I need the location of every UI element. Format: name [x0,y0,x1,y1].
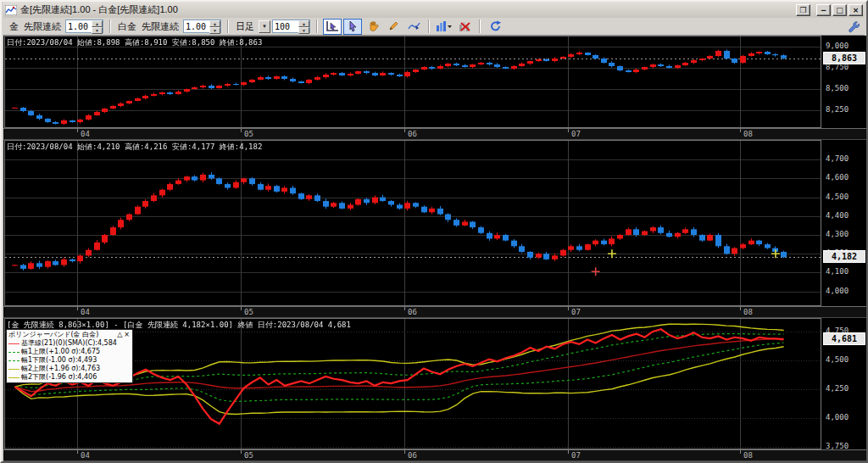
chevron-down-icon[interactable]: ▼ [259,20,270,33]
legend-line-swatch [8,369,19,370]
platinum-chart-canvas[interactable] [4,140,821,306]
y-axis-label: 4,000 [826,287,849,295]
x-axis-month-label: 07 [571,451,581,460]
close-button[interactable]: × [849,4,863,16]
chart-cursor-button[interactable] [323,19,342,35]
platinum-panel: 日付:2023/08/04 始値:4,210 高値:4,216 安値:4,177… [3,140,868,318]
maximize-button[interactable]: □ [832,4,847,16]
legend-item-label: 幅2上限(+1.96 σ):4,763 [21,365,100,373]
select-cursor-button[interactable] [343,19,362,35]
period-select-label[interactable]: 日足 [236,20,254,33]
axis-tick [740,307,741,310]
y-axis-label: 4,600 [826,173,849,181]
y-axis-label: 9,000 [826,42,849,50]
refresh-button[interactable] [486,19,504,35]
legend-collapse-icon[interactable]: △ [116,331,123,339]
toolbar-separator [316,20,318,33]
axis-tick [404,129,405,132]
legend-item: 幅1上限(+1.00 σ):4,675 [8,348,131,356]
x-axis-month-label: 06 [408,308,417,316]
spin-down-icon[interactable]: ▼ [209,27,220,34]
y-axis-label: 4,100 [826,267,849,276]
bar-count-input[interactable] [273,20,298,32]
spin-up-icon[interactable]: ▲ [92,20,103,27]
current-price-label: 8,863 [824,53,865,64]
gold-ratio-spin-buttons[interactable]: ▲ ▼ [92,20,103,32]
app-chart-icon [5,5,17,15]
legend-item: 幅2下限(-1.96 σ):4,406 [8,373,131,382]
clear-indicators-button[interactable] [455,19,474,35]
axis-tick [404,450,405,454]
spread-time-axis[interactable]: 0405060708 [3,449,868,461]
x-axis-month-label: 05 [244,308,253,316]
spin-up-icon[interactable]: ▲ [209,20,220,27]
gold-symbol-label: 金 [9,20,19,33]
pan-hand-icon [367,20,379,32]
float-window-button[interactable]: ❐ [796,4,810,16]
gold-ohlc-readout: 日付:2023/08/04 始値:8,898 高値:8,910 安値:8,850… [7,37,262,48]
spin-down-icon[interactable]: ▼ [298,27,309,34]
axis-tick [77,450,78,454]
minimize-button[interactable]: − [816,4,831,16]
chart-delete-icon [459,20,471,32]
legend-item: 基準線(21)(0)(SMA)(C):4,584 [8,339,131,348]
window-controls: ❐ − □ × [796,4,863,16]
gold-time-axis[interactable]: 0405060708 [3,128,868,140]
axis-tick [568,129,569,132]
y-axis-label: 4,000 [826,413,849,421]
gold-chart-canvas[interactable] [4,36,821,128]
gold-ratio-spinner[interactable]: ▲ ▼ [65,20,103,33]
platinum-ratio-spinner[interactable]: ▲ ▼ [183,20,221,33]
y-axis-label: 4,700 [826,154,849,163]
platinum-time-axis[interactable]: 0405060708 [3,306,868,318]
gold-price-axis[interactable]: 9,0008,7508,5008,2508,863 [822,36,868,140]
axis-tick [241,307,242,310]
spin-up-icon[interactable]: ▲ [298,20,309,27]
chart-type-button[interactable] [435,19,453,35]
indicator-legend: ボリンジャーバンド(金 白金) △ × 基準線(21)(0)(SMA)(C):4… [6,329,133,383]
y-axis-label: 4,500 [826,355,849,364]
gold-contract-label: 先限連続 [24,20,61,33]
toolbar-separator [428,20,430,33]
axis-tick [568,307,569,310]
spread-panel: [金 先限連続 8,863×1.00] - [白金 先限連続 4,182×1.0… [3,318,868,461]
toolbar-separator [227,20,229,33]
toolbar: 金 先限連続 ▲ ▼ 白金 先限連続 ▲ ▼ 日足 ▼ ▲ ▼ [3,18,865,36]
bar-count-spin-buttons[interactable]: ▲ ▼ [298,20,309,32]
spin-down-icon[interactable]: ▼ [92,27,103,34]
pan-hand-button[interactable] [364,19,382,35]
draw-pencil-button[interactable] [384,19,403,35]
y-axis-label: 8,750 [826,63,849,71]
refresh-icon [489,20,502,32]
bar-count-spinner[interactable]: ▲ ▼ [272,20,310,33]
x-axis-month-label: 04 [81,451,90,460]
x-axis-month-label: 08 [743,451,753,460]
legend-item-label: 幅2下限(-1.96 σ):4,406 [21,373,97,382]
x-axis-month-label: 06 [408,130,417,138]
axis-tick [241,450,242,454]
gold-ratio-input[interactable] [66,20,92,32]
draw-curve-button[interactable] [404,19,423,35]
legend-close-icon[interactable]: × [123,331,131,339]
platinum-symbol-label: 白金 [118,20,136,33]
y-axis-label: 4,500 [826,192,849,201]
spread-price-axis[interactable]: 4,7504,5004,2504,0003,7503,5004,681 [822,318,868,461]
title-bar[interactable]: 金[先限連続]1.00 - 白金[先限連続]1.00 ❐ − □ × [3,2,865,18]
legend-item-label: 幅1下限(-1.00 σ):4,493 [21,356,97,365]
legend-item: 幅2上限(+1.96 σ):4,763 [8,365,131,373]
platinum-ratio-spin-buttons[interactable]: ▲ ▼ [209,20,220,32]
current-price-label: 4,681 [824,333,865,344]
x-axis-month-label: 04 [81,308,90,316]
platinum-ohlc-readout: 日付:2023/08/04 始値:4,210 高値:4,216 安値:4,177… [7,142,262,153]
settings-wrench-icon[interactable] [846,20,861,35]
legend-title: ボリンジャーバンド(金 白金) [8,331,98,339]
gold-panel: 日付:2023/08/04 始値:8,898 高値:8,910 安値:8,850… [3,36,868,140]
legend-line-swatch [8,343,19,344]
platinum-price-axis[interactable]: 4,7004,6004,5004,4004,3004,2004,1004,000… [822,140,868,318]
select-cursor-icon [347,20,359,32]
x-axis-month-label: 07 [571,130,581,138]
legend-line-swatch [8,352,19,353]
legend-item-label: 幅1上限(+1.00 σ):4,675 [21,348,100,356]
platinum-ratio-input[interactable] [184,20,209,32]
pencil-icon [387,20,399,32]
